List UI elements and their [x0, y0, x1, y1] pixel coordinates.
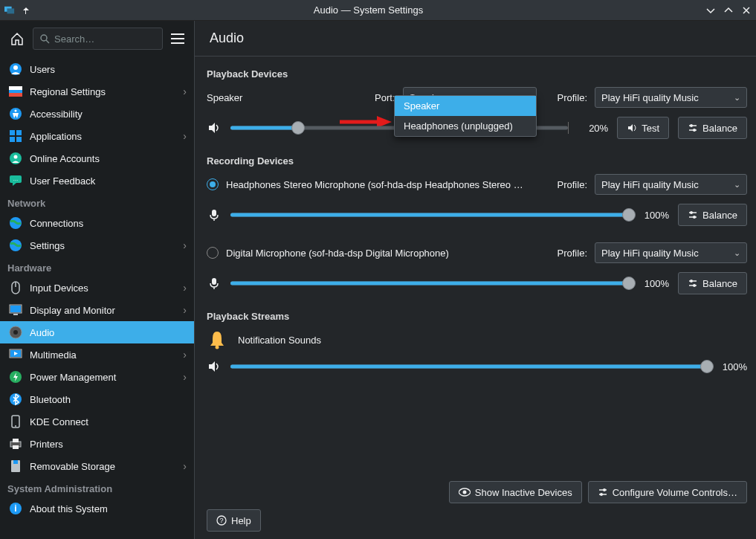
section-recording-devices: Recording Devices	[207, 155, 747, 167]
profile-label: Profile:	[558, 248, 587, 259]
profile-label: Profile:	[558, 92, 587, 103]
online-accounts-icon	[9, 152, 22, 165]
volume-percent: 100%	[716, 361, 747, 372]
sidebar-item-feedback[interactable]: … User Feedback	[0, 170, 194, 192]
volume-slider[interactable]	[230, 276, 629, 291]
sidebar-item-accessibility[interactable]: Accessibility	[0, 103, 194, 125]
sidebar-group-sysadmin: System Administration	[0, 477, 194, 497]
sidebar-item-printers[interactable]: Printers	[0, 433, 194, 455]
svg-rect-11	[9, 93, 22, 97]
sidebar-item-regional[interactable]: Regional Settings ›	[0, 80, 194, 103]
show-inactive-label: Show Inactive Devices	[475, 487, 572, 498]
sidebar-item-connections[interactable]: Connections	[0, 212, 194, 234]
volume-slider[interactable]	[230, 359, 707, 374]
minimize-button[interactable]	[705, 5, 716, 16]
svg-rect-57	[212, 278, 216, 285]
balance-button[interactable]: Balance	[678, 117, 747, 139]
svg-point-2	[41, 35, 47, 41]
chevron-right-icon: ›	[183, 85, 187, 97]
users-icon	[9, 62, 22, 76]
help-button[interactable]: ? Help	[207, 509, 261, 532]
section-playback-devices: Playback Devices	[207, 68, 747, 80]
chevron-right-icon: ›	[183, 349, 187, 361]
sidebar-item-about[interactable]: i About this System	[0, 497, 194, 520]
sidebar-item-applications[interactable]: Applications ›	[0, 125, 194, 147]
device-radio[interactable]	[207, 247, 219, 259]
mute-toggle[interactable]	[207, 359, 222, 374]
chevron-right-icon: ›	[183, 130, 187, 142]
sidebar-item-power[interactable]: Power Management ›	[0, 366, 194, 388]
search-input[interactable]: Search…	[33, 28, 163, 50]
svg-rect-10	[9, 86, 22, 90]
volume-percent: 100%	[638, 210, 669, 221]
sidebar-item-label: Display and Monitor	[30, 305, 175, 316]
svg-point-63	[216, 346, 219, 349]
mic-mute-toggle[interactable]	[207, 207, 222, 222]
svg-text:i: i	[14, 503, 16, 514]
sidebar-item-label: Bluetooth	[30, 394, 187, 405]
close-button[interactable]	[741, 5, 752, 16]
sidebar-item-label: Power Management	[30, 372, 175, 383]
hamburger-menu[interactable]	[167, 28, 188, 49]
sidebar-item-users[interactable]: Users	[0, 58, 194, 80]
balance-label: Balance	[702, 123, 737, 134]
balance-button[interactable]: Balance	[678, 272, 747, 294]
sidebar-item-label: Input Devices	[30, 283, 175, 294]
sidebar-item-audio[interactable]: Audio	[0, 321, 194, 343]
configure-button[interactable]: Configure Volume Controls…	[588, 481, 747, 503]
bluetooth-icon	[9, 393, 22, 406]
svg-rect-17	[16, 137, 22, 142]
maximize-button[interactable]	[723, 5, 734, 16]
sidebar-item-input-devices[interactable]: Input Devices ›	[0, 277, 194, 299]
show-inactive-button[interactable]: Show Inactive Devices	[449, 481, 582, 503]
home-button[interactable]	[6, 28, 28, 50]
sidebar-item-network-settings[interactable]: Settings ›	[0, 234, 194, 256]
sidebar-item-label: About this System	[30, 503, 187, 514]
monitor-icon	[9, 303, 22, 317]
mute-toggle[interactable]	[207, 120, 222, 135]
test-button[interactable]: Test	[617, 117, 669, 139]
kdeconnect-icon	[9, 415, 22, 428]
svg-point-48	[690, 124, 693, 127]
sidebar-group-network: Network	[0, 192, 194, 212]
svg-rect-27	[10, 306, 21, 312]
volume-slider[interactable]	[230, 207, 629, 222]
multimedia-icon	[9, 348, 22, 361]
port-option-headphones[interactable]: Headphones (unplugged)	[395, 116, 536, 136]
svg-point-56	[693, 216, 696, 219]
sidebar-item-bluetooth[interactable]: Bluetooth	[0, 388, 194, 410]
svg-rect-51	[212, 210, 216, 216]
pin-icon[interactable]	[21, 5, 31, 16]
svg-rect-16	[10, 137, 15, 142]
profile-combo[interactable]: Play HiFi quality Music ⌄	[595, 242, 747, 263]
device-radio[interactable]	[207, 178, 219, 190]
info-icon: i	[9, 502, 22, 515]
svg-line-3	[46, 40, 49, 43]
sidebar-item-display[interactable]: Display and Monitor ›	[0, 299, 194, 321]
sidebar-item-label: Removable Storage	[30, 461, 175, 472]
balance-button[interactable]: Balance	[678, 204, 747, 226]
device-name: Digital Microphone (sof-hda-dsp Digital …	[226, 248, 550, 259]
main-panel: Audio Playback Devices Speaker Port: Spe…	[195, 21, 756, 539]
page-title: Audio	[195, 21, 756, 57]
svg-point-64	[462, 491, 466, 494]
sidebar-item-label: Online Accounts	[30, 153, 187, 164]
sidebar-item-multimedia[interactable]: Multimedia ›	[0, 343, 194, 366]
profile-label: Profile:	[558, 179, 587, 190]
sidebar-item-removable[interactable]: Removable Storage ›	[0, 455, 194, 477]
sidebar-item-kdeconnect[interactable]: KDE Connect	[0, 410, 194, 433]
app-menu-icon[interactable]	[4, 5, 15, 16]
profile-combo[interactable]: Play HiFi quality Music ⌄	[595, 87, 747, 108]
globe-icon	[9, 216, 22, 230]
sidebar-item-online-accounts[interactable]: Online Accounts	[0, 147, 194, 170]
port-option-speaker[interactable]: Speaker	[395, 96, 536, 116]
chevron-down-icon: ⌄	[734, 248, 740, 258]
mic-mute-toggle[interactable]	[207, 276, 222, 291]
profile-value: Play HiFi quality Music	[601, 248, 699, 259]
sidebar-item-label: Users	[30, 64, 187, 75]
svg-point-60	[690, 280, 693, 283]
locale-icon	[9, 85, 22, 98]
svg-point-50	[693, 129, 696, 132]
help-label: Help	[231, 515, 251, 526]
profile-combo[interactable]: Play HiFi quality Music ⌄	[595, 174, 747, 195]
